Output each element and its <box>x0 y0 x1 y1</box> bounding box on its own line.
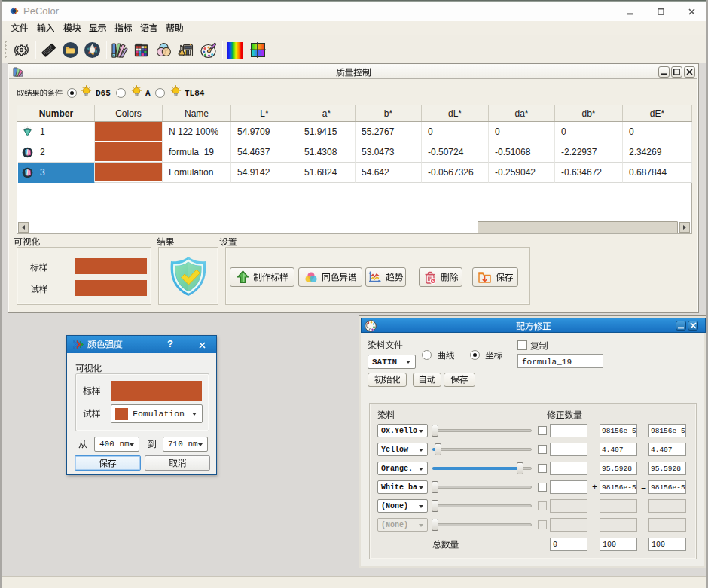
cell-dL[interactable]: 0 <box>422 122 489 142</box>
strength-titlebar[interactable]: 颜色强度 ? <box>67 336 216 353</box>
value-field-2[interactable]: 4.407 <box>648 443 686 456</box>
cell-db[interactable]: -2.22937 <box>555 142 623 163</box>
maximize-button[interactable] <box>645 2 676 21</box>
cell-da[interactable]: -0.259042 <box>489 163 555 183</box>
dye-slider[interactable] <box>432 443 532 456</box>
slider-thumb[interactable] <box>432 500 438 512</box>
cell-number[interactable]: 2 <box>18 142 95 163</box>
strength-save-button[interactable]: 保存 <box>75 455 141 471</box>
qc-minimize-button[interactable] <box>658 66 670 78</box>
qc-maximize-button[interactable] <box>671 66 682 78</box>
qc-close-button[interactable] <box>684 66 695 78</box>
value-field-2[interactable]: 95.5928 <box>648 462 686 475</box>
rainbow-icon[interactable] <box>227 42 243 59</box>
close-button[interactable] <box>676 2 706 21</box>
make-standard-button[interactable]: 制作标样 <box>230 267 294 287</box>
column-header[interactable]: dL* <box>422 105 489 121</box>
cell-dE[interactable]: 2.34269 <box>623 142 692 163</box>
cell-color[interactable] <box>95 163 163 183</box>
slider-thumb[interactable] <box>432 481 438 493</box>
menu-item-4[interactable]: 指标 <box>111 22 135 34</box>
keyboard-icon[interactable] <box>40 41 57 59</box>
dye-select[interactable]: Orange. <box>377 462 428 475</box>
delete-button[interactable]: 删除 <box>419 267 462 287</box>
scrollbar-thumb[interactable] <box>478 221 678 233</box>
column-header[interactable]: da* <box>489 105 555 121</box>
slider-thumb[interactable] <box>432 519 438 531</box>
illuminant-radio-0[interactable] <box>67 88 77 98</box>
cell-name[interactable]: N 122 100% <box>163 122 231 142</box>
cell-color[interactable] <box>95 142 163 163</box>
dye-checkbox[interactable] <box>538 426 547 435</box>
table-row[interactable]: 2formula_1954.463751.430853.0473-0.50724… <box>17 142 691 163</box>
value-field-1[interactable]: 4.407 <box>600 443 637 456</box>
color-chart-icon[interactable] <box>133 41 150 59</box>
illuminant-radio-2[interactable] <box>155 88 165 98</box>
value-field-1[interactable]: 95.5928 <box>600 462 637 475</box>
menu-item-6[interactable]: 帮助 <box>163 22 186 34</box>
recipe-minimize-button[interactable] <box>676 321 686 331</box>
cell-color[interactable] <box>95 122 163 142</box>
recipe-close-button[interactable] <box>688 321 698 331</box>
dye-slider[interactable] <box>432 424 532 437</box>
cell-b[interactable]: 53.0473 <box>356 142 422 163</box>
column-header[interactable]: b* <box>356 105 422 121</box>
cell-name[interactable]: formula_19 <box>163 142 231 163</box>
amount-input[interactable] <box>550 518 587 532</box>
to-select[interactable]: 710 nm <box>163 437 208 452</box>
value-field-2[interactable]: 98156e-5 <box>648 424 686 437</box>
column-header[interactable]: dE* <box>623 105 692 121</box>
table-row[interactable]: 1N 122 100%54.970951.941555.27670000 <box>17 122 691 142</box>
cell-b[interactable]: 55.2767 <box>356 122 422 142</box>
trend-button[interactable]: 趋势 <box>365 267 406 287</box>
dye-checkbox[interactable] <box>538 464 547 473</box>
dye-checkbox[interactable] <box>538 445 547 454</box>
save-button[interactable]: 保存 <box>472 267 518 287</box>
cell-L[interactable]: 54.9709 <box>231 122 298 142</box>
color-venn-icon[interactable] <box>155 41 172 59</box>
slider-thumb[interactable] <box>435 443 441 455</box>
total-value-field-1[interactable]: 100 <box>600 538 637 551</box>
instrument-icon[interactable] <box>176 41 194 59</box>
cell-a[interactable]: 51.9415 <box>298 122 356 142</box>
column-header[interactable]: L* <box>231 105 298 121</box>
horizontal-scrollbar[interactable] <box>17 221 691 233</box>
column-header[interactable]: Colors <box>95 105 163 121</box>
color-quad-icon[interactable] <box>250 42 266 58</box>
help-button[interactable]: ? <box>163 338 177 351</box>
value-field-2[interactable] <box>648 499 686 513</box>
dye-slider[interactable] <box>432 462 532 475</box>
dye-select[interactable]: White ba <box>377 480 428 494</box>
value-field-1[interactable]: 98156e-5 <box>600 480 637 494</box>
amount-input[interactable] <box>550 424 587 437</box>
slider-thumb[interactable] <box>517 462 523 474</box>
palette-icon[interactable] <box>200 41 218 59</box>
cell-dL[interactable]: -0.50724 <box>422 142 489 163</box>
open-folder-icon[interactable] <box>62 41 79 59</box>
cell-dL[interactable]: -0.0567326 <box>422 163 489 183</box>
cell-a[interactable]: 51.6824 <box>298 163 356 183</box>
column-header[interactable]: Name <box>163 105 231 121</box>
illuminant-radio-1[interactable] <box>116 88 126 98</box>
menu-item-1[interactable]: 输入 <box>34 22 57 34</box>
cell-db[interactable]: -0.634672 <box>555 163 623 183</box>
cell-a[interactable]: 51.4308 <box>298 142 356 163</box>
toolbar-grip[interactable] <box>5 41 8 59</box>
column-header[interactable]: db* <box>555 105 623 121</box>
dye-select[interactable]: (None) <box>377 499 428 513</box>
dye-file-select[interactable]: SATIN <box>368 355 416 369</box>
trial-select[interactable]: Fomulation <box>111 404 203 423</box>
amount-input[interactable] <box>550 462 587 475</box>
formula-input[interactable] <box>517 354 603 368</box>
dye-select[interactable]: Ox.Yello <box>377 424 428 437</box>
scroll-left-button[interactable] <box>18 222 29 233</box>
strength-cancel-button[interactable]: 取消 <box>145 455 210 471</box>
recipe-save-button[interactable]: 保存 <box>444 373 475 387</box>
value-field-1[interactable] <box>600 518 637 532</box>
main-titlebar[interactable]: PeColor <box>2 2 708 21</box>
menu-item-0[interactable]: 文件 <box>8 22 31 34</box>
dye-select[interactable]: Yellow <box>377 443 428 456</box>
cell-number[interactable]: 1 <box>18 122 95 142</box>
value-field-2[interactable] <box>648 518 686 532</box>
from-select[interactable]: 400 nm <box>94 437 139 452</box>
